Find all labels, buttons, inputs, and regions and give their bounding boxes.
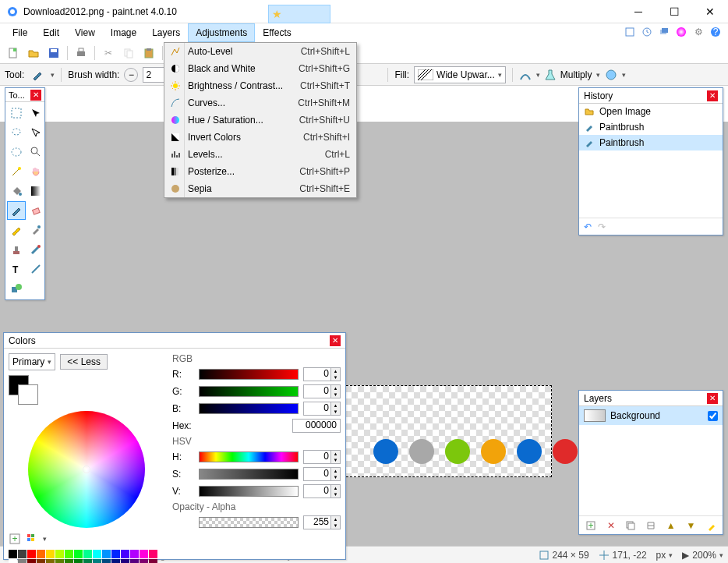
palette-swatch[interactable]: [74, 559, 83, 563]
tool-pencil[interactable]: [7, 221, 26, 239]
tool-lasso[interactable]: [7, 123, 26, 142]
palette-swatch[interactable]: [37, 550, 45, 558]
palette-swatch[interactable]: [102, 550, 111, 558]
palette-swatch[interactable]: [27, 559, 36, 563]
tool-shapes[interactable]: [7, 279, 26, 298]
b-slider[interactable]: [199, 403, 299, 414]
layer-opacity-icon[interactable]: [605, 69, 617, 81]
tool-text[interactable]: T: [7, 260, 26, 278]
v-slider[interactable]: [199, 486, 299, 497]
palette-swatch[interactable]: [121, 550, 129, 558]
s-slider[interactable]: [199, 469, 299, 480]
palette-swatch[interactable]: [46, 550, 55, 558]
save-button[interactable]: [45, 44, 62, 62]
adjustments-item-posterize[interactable]: Posterize...Ctrl+Shift+P: [164, 163, 356, 180]
palette-swatch[interactable]: [18, 559, 27, 563]
copy-button[interactable]: [120, 44, 137, 62]
menu-image[interactable]: Image: [103, 23, 144, 42]
settings-icon[interactable]: ⚙: [691, 24, 706, 40]
palette-swatch[interactable]: [130, 550, 139, 558]
duplicate-layer-button[interactable]: [622, 517, 639, 534]
g-input[interactable]: 0▲▼: [303, 384, 341, 398]
history-window-toggle[interactable]: [639, 24, 655, 40]
colors-panel-close-button[interactable]: ✕: [330, 335, 341, 346]
s-input[interactable]: 0▲▼: [303, 467, 341, 481]
tool-paint-bucket[interactable]: [7, 182, 26, 200]
tool-clone-stamp[interactable]: [7, 240, 26, 259]
palette-swatch[interactable]: [65, 550, 73, 558]
document-tab-active[interactable]: ★: [268, 5, 330, 23]
layers-window-toggle[interactable]: [656, 24, 672, 40]
print-button[interactable]: [72, 44, 90, 62]
palette-swatch[interactable]: [83, 550, 92, 558]
move-layer-up-button[interactable]: ▲: [663, 517, 680, 534]
tool-pan[interactable]: [27, 162, 45, 181]
less-button[interactable]: << Less: [60, 354, 108, 370]
adjustments-item-bw[interactable]: Black and WhiteCtrl+Shift+G: [164, 60, 356, 77]
h-input[interactable]: 0▲▼: [303, 450, 341, 464]
blend-mode-dropdown[interactable]: Multiply: [560, 69, 592, 80]
palette-swatch[interactable]: [111, 559, 120, 563]
tools-window-toggle[interactable]: [622, 24, 638, 40]
g-slider[interactable]: [199, 386, 299, 397]
palette-swatch[interactable]: [121, 559, 129, 563]
palette-swatch[interactable]: [37, 559, 45, 563]
tool-ellipse-select[interactable]: [7, 143, 26, 161]
palette-swatch[interactable]: [93, 550, 101, 558]
menu-effects[interactable]: Effects: [255, 23, 299, 42]
tool-eraser[interactable]: [27, 201, 45, 220]
move-layer-down-button[interactable]: ▼: [683, 517, 700, 534]
tool-line[interactable]: [27, 260, 45, 278]
palette-swatch[interactable]: [46, 559, 55, 563]
tool-move-selection[interactable]: [27, 104, 45, 122]
palette-swatch[interactable]: [83, 559, 92, 563]
adjustments-item-hue[interactable]: Hue / Saturation...Ctrl+Shift+U: [164, 112, 356, 129]
history-item[interactable]: Paintbrush: [579, 119, 723, 135]
merge-layer-button[interactable]: [642, 517, 659, 534]
maximize-button[interactable]: ☐: [656, 0, 692, 23]
current-tool-icon[interactable]: [29, 66, 46, 83]
tools-panel-close-button[interactable]: ✕: [30, 90, 41, 101]
palette-swatch[interactable]: [74, 550, 83, 558]
adjustments-item-curves[interactable]: Curves...Ctrl+Shift+M: [164, 94, 356, 112]
adjustments-item-sepia[interactable]: SepiaCtrl+Shift+E: [164, 180, 356, 197]
layer-visibility-checkbox[interactable]: [708, 411, 718, 421]
v-input[interactable]: 0▲▼: [303, 484, 341, 498]
adjustments-item-auto-level[interactable]: Auto-LevelCtrl+Shift+L: [164, 43, 356, 60]
color-wheel[interactable]: [28, 411, 145, 528]
antialias-icon[interactable]: [519, 69, 532, 81]
adjustments-item-levels[interactable]: Levels...Ctrl+L: [164, 146, 356, 163]
add-layer-button[interactable]: +: [582, 517, 599, 534]
close-button[interactable]: ✕: [692, 0, 728, 23]
adjustments-item-brightness[interactable]: Brightness / Contrast...Ctrl+Shift+T: [164, 77, 356, 94]
history-panel-close-button[interactable]: ✕: [707, 90, 718, 101]
palette-swatch[interactable]: [9, 550, 17, 558]
menu-adjustments[interactable]: Adjustments: [188, 23, 255, 42]
add-color-button[interactable]: +: [9, 533, 21, 545]
palette-swatch[interactable]: [55, 550, 64, 558]
colors-window-toggle[interactable]: [673, 24, 689, 40]
minimize-button[interactable]: ─: [620, 0, 656, 23]
tool-color-picker[interactable]: [27, 221, 45, 239]
tool-zoom[interactable]: [27, 143, 45, 161]
redo-button[interactable]: ↷: [598, 221, 606, 232]
help-icon[interactable]: ?: [708, 24, 723, 40]
new-file-button[interactable]: [5, 44, 22, 62]
delete-layer-button[interactable]: ✕: [603, 517, 620, 534]
palette-swatch[interactable]: [9, 559, 17, 563]
palette-swatch[interactable]: [149, 559, 157, 563]
opacity-input[interactable]: 255▲▼: [303, 515, 341, 529]
menu-file[interactable]: File: [5, 23, 35, 42]
layers-panel-close-button[interactable]: ✕: [707, 393, 718, 404]
menu-layers[interactable]: Layers: [144, 23, 188, 42]
hex-input[interactable]: 000000: [292, 419, 341, 433]
tool-dropdown-icon[interactable]: ▾: [51, 71, 55, 79]
b-input[interactable]: 0▲▼: [303, 402, 341, 416]
palette-menu-button[interactable]: [26, 533, 38, 545]
palette-swatch[interactable]: [140, 559, 148, 563]
palette-swatch[interactable]: [140, 550, 148, 558]
menu-view[interactable]: View: [67, 23, 103, 42]
status-zoom[interactable]: ▶ 200% ▾: [682, 550, 723, 561]
open-file-button[interactable]: [25, 44, 42, 62]
palette-swatch[interactable]: [65, 559, 73, 563]
